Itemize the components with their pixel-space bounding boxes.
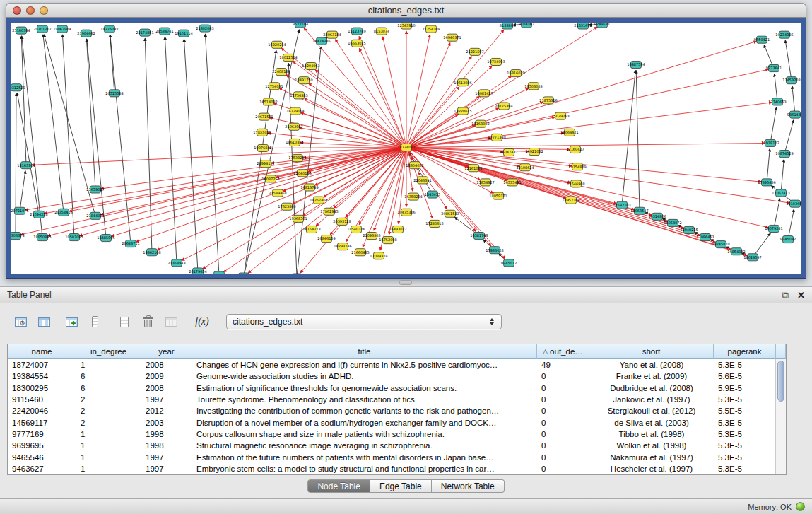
table-plus-icon: ✚ [66, 317, 78, 327]
cell-in_degree: 1 [76, 428, 141, 440]
table-row[interactable]: 946554611997Estimation of the future num… [8, 451, 786, 462]
graph-node-label: 22408164 [272, 69, 290, 74]
column-header-pagerank[interactable]: pagerank [714, 344, 776, 359]
graph-node-label: 20861543 [441, 211, 459, 216]
graph-edge-red [406, 88, 529, 147]
row-options-button[interactable] [86, 313, 104, 330]
column-header-year[interactable]: year [141, 344, 192, 359]
graph-node-label: 18957304 [562, 198, 579, 202]
graph-node-label: 12103654 [786, 201, 801, 206]
table-row[interactable]: 977716911998Corpus callosum shape and si… [8, 428, 786, 440]
graph-node-label: 22174851 [136, 30, 153, 35]
column-header-label: name [32, 347, 52, 356]
scrollbar-thumb[interactable] [777, 361, 784, 402]
cell-name: 18724007 [8, 359, 76, 370]
graph-node-label: 9249571 [594, 23, 610, 26]
column-header-out_degree[interactable]: △out_de… [537, 344, 589, 359]
network-canvas[interactable]: 1872400725160394203012171986390421904662… [11, 23, 801, 274]
graph-edge-black [792, 86, 795, 115]
graph-node-label: 21844071 [86, 214, 104, 218]
panel-divider-grip[interactable] [399, 280, 412, 285]
graph-node-label: 9550421 [754, 37, 770, 42]
table-row[interactable]: 1830029562008Estimation of significance … [8, 382, 786, 394]
table-row[interactable]: 1938455462009Genome-wide association stu… [8, 370, 786, 382]
graph-node-label: 19101114 [175, 31, 192, 35]
table-row[interactable]: 1456911722003Disruption of a novel membe… [8, 416, 786, 428]
close-window-button[interactable] [13, 6, 21, 15]
window-titlebar[interactable]: citations_edges.txt [6, 3, 806, 18]
graph-node-label: 18503083 [524, 84, 542, 88]
graph-node-label: 9245012 [501, 261, 517, 265]
graph-node-label: 12754031 [265, 84, 283, 88]
zoom-window-button[interactable] [40, 6, 48, 15]
table-disabled-icon [165, 317, 177, 327]
cell-out_degree: 0 [537, 440, 589, 451]
close-panel-icon[interactable]: ✕ [797, 291, 805, 300]
delete-button[interactable] [139, 313, 157, 330]
graph-node-label: 17833025 [253, 130, 271, 134]
function-builder-button[interactable]: f(x) [193, 313, 211, 330]
table-mode-button[interactable]: ⚙ [11, 313, 30, 330]
cell-pagerank: 5.3E-5 [714, 428, 776, 440]
graph-node-label: 15854927 [476, 180, 494, 185]
cell-out_degree: 0 [537, 451, 589, 462]
graph-node-label: 18064921 [560, 130, 578, 134]
cell-in_degree: 2 [76, 416, 141, 428]
sort-ascending-icon: △ [543, 348, 548, 355]
graph-node-label: 12161064 [464, 166, 482, 170]
column-header-in_degree[interactable]: in_degree [76, 344, 141, 359]
column-header-name[interactable]: name [8, 344, 76, 359]
float-panel-icon[interactable]: ⧉ [782, 291, 789, 300]
table-row[interactable]: 946362711997Embryonic stem cells: a mode… [8, 463, 786, 474]
table-row[interactable]: 911546021997Tourette syndrome. Phenomeno… [8, 394, 786, 405]
table-row[interactable]: 2242004622012Investigating the contribut… [8, 405, 786, 416]
graph-node-label: 21221597 [466, 49, 483, 54]
graph-edge-black [774, 199, 779, 229]
graph-edge-black [788, 209, 794, 240]
graph-node-label: 16079241 [765, 226, 782, 230]
table-scrollbar[interactable] [775, 359, 786, 474]
import-table-button[interactable] [162, 313, 180, 330]
cell-out_degree: 0 [537, 463, 589, 474]
graph-edge-red [101, 147, 406, 214]
graph-node-label: 16058972 [664, 221, 681, 225]
graph-edge-black [87, 39, 106, 238]
cell-year: 1997 [141, 451, 192, 462]
cell-in_degree: 6 [76, 370, 141, 382]
graph-node-label: 13220615 [454, 109, 471, 113]
table-row[interactable]: 1872400712008Changes of HCN gene express… [8, 359, 786, 370]
column-header-title[interactable]: title [192, 344, 537, 359]
graph-edge-red [315, 70, 406, 148]
show-columns-button[interactable] [35, 313, 53, 330]
graph-node-label: 16813749 [300, 185, 318, 189]
tab-node-table[interactable]: Node Table [307, 479, 370, 493]
graph-node-label: 21875316 [539, 98, 557, 103]
graph-node-label: 21063987 [285, 124, 302, 129]
graph-node-label: 18276037 [100, 27, 118, 31]
graph-edge-red [406, 147, 700, 235]
graph-edge-black [244, 30, 299, 274]
tab-network-table[interactable]: Network Table [432, 479, 505, 493]
cell-title: Estimation of the future numbers of pati… [192, 451, 537, 462]
graph-node-label: 12160427 [566, 147, 584, 151]
new-table-button[interactable] [115, 313, 134, 330]
graph-edge-black [767, 148, 770, 182]
table-row[interactable]: 969969511998Structural magnetic resonanc… [8, 440, 786, 451]
graph-edge-red [300, 143, 406, 148]
graph-node-label: 18293746 [334, 244, 351, 248]
cell-year: 1998 [141, 428, 192, 440]
graph-node-label: 16581749 [470, 233, 488, 238]
cell-pagerank: 5.3E-5 [714, 416, 776, 428]
graph-edge-black [781, 160, 784, 193]
cell-out_degree: 0 [537, 382, 589, 394]
graph-node-label: 17625840 [278, 204, 295, 209]
column-header-short[interactable]: short [589, 344, 714, 359]
graph-node-label: 22040156 [293, 171, 311, 175]
graph-node-label: 21659027 [86, 187, 104, 192]
tab-edge-table[interactable]: Edge Table [370, 479, 432, 493]
cell-out_degree: 0 [537, 416, 589, 428]
table-gear-icon: ⚙ [15, 317, 27, 327]
minimize-window-button[interactable] [26, 6, 35, 15]
table-selector[interactable]: citations_edges.txt [226, 314, 502, 329]
create-column-button[interactable]: ✚ [62, 313, 81, 330]
